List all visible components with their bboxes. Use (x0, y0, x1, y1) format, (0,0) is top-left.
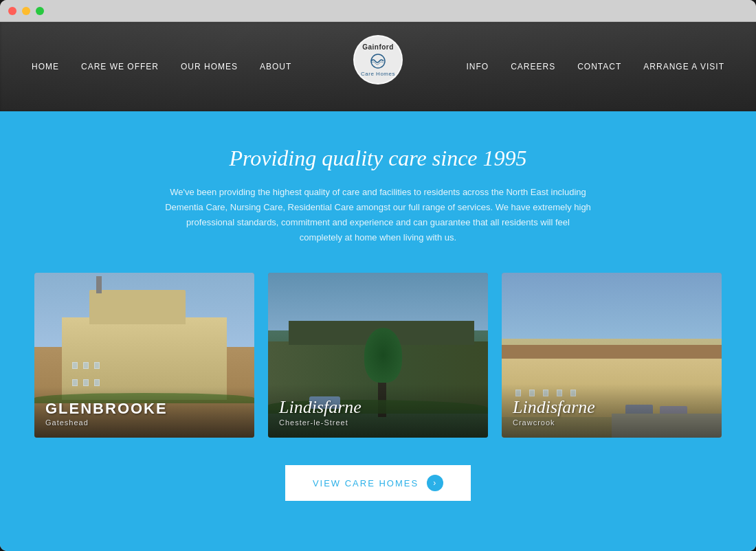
nav-item-our-homes[interactable]: OUR HOMES (170, 62, 249, 71)
minimize-button[interactable] (22, 7, 30, 15)
logo-circle: Gainford Care Homes (353, 35, 403, 85)
nav-item-careers[interactable]: CAREERS (500, 62, 566, 71)
tree-canopy-chester (364, 328, 402, 383)
logo-title-line1: Gainford (362, 43, 394, 52)
card-overlay-lindisfarne-chester: Lindisfarne Chester-le-Street (268, 384, 488, 438)
nav-left: HOME CARE WE OFFER OUR HOMES ABOUT (21, 62, 302, 71)
hero-description: We've been providing the highest quality… (165, 185, 591, 245)
maximize-button[interactable] (36, 7, 44, 15)
close-button[interactable] (8, 7, 16, 15)
nav-item-info[interactable]: INFO (456, 62, 500, 71)
home-location-lindisfarne-crawcrook: Crawcrook (513, 418, 711, 427)
homes-grid: GLENBROOKE Gateshead (21, 273, 735, 438)
home-name-lindisfarne-crawcrook: Lindisfarne (513, 398, 711, 418)
windows-row-glenbrooke (72, 362, 100, 369)
browser-window: HOME CARE WE OFFER OUR HOMES ABOUT Gainf… (0, 0, 756, 551)
hero-text-block: Providing quality care since 1995 We've … (21, 146, 735, 245)
home-name-lindisfarne-chester: Lindisfarne (279, 398, 477, 418)
main-section: Providing quality care since 1995 We've … (0, 111, 756, 551)
svg-point-0 (371, 54, 385, 68)
home-location-glenbrooke: Gateshead (45, 418, 243, 427)
hero-title: Providing quality care since 1995 (21, 146, 735, 171)
browser-chrome (0, 0, 756, 22)
nav-item-about[interactable]: ABOUT (249, 62, 302, 71)
nav-item-contact[interactable]: CONTACT (566, 62, 632, 71)
view-care-homes-button[interactable]: VIEW CARE HOMES › (285, 465, 471, 501)
building-roof-crawcrook (502, 345, 722, 359)
cta-arrow-icon: › (427, 475, 443, 491)
navigation: HOME CARE WE OFFER OUR HOMES ABOUT Gainf… (0, 22, 756, 111)
logo-title-line2: Care Homes (361, 71, 395, 77)
nav-right: INFO CAREERS CONTACT ARRANGE A VISIT (456, 62, 736, 71)
home-location-lindisfarne-chester: Chester-le-Street (279, 418, 477, 427)
header: HOME CARE WE OFFER OUR HOMES ABOUT Gainf… (0, 22, 756, 111)
home-card-lindisfarne-crawcrook[interactable]: Lindisfarne Crawcrook (502, 273, 722, 438)
home-card-lindisfarne-chester[interactable]: Lindisfarne Chester-le-Street (268, 273, 488, 438)
website-container: HOME CARE WE OFFER OUR HOMES ABOUT Gainf… (0, 22, 756, 551)
chimney-glenbrooke (96, 276, 102, 293)
card-overlay-glenbrooke: GLENBROOKE Gateshead (34, 387, 254, 438)
logo-wave-icon (366, 53, 390, 69)
sky-crawcrook (502, 273, 722, 339)
logo[interactable]: Gainford Care Homes (353, 35, 403, 85)
building-roof-glenbrooke (89, 290, 186, 324)
nav-item-care-we-offer[interactable]: CARE WE OFFER (70, 62, 170, 71)
home-card-glenbrooke[interactable]: GLENBROOKE Gateshead (34, 273, 254, 438)
cta-button-label: VIEW CARE HOMES (313, 478, 419, 488)
home-name-glenbrooke: GLENBROOKE (45, 401, 243, 417)
windows-row2-glenbrooke (72, 379, 100, 386)
nav-item-arrange-visit[interactable]: ARRANGE A VISIT (632, 62, 735, 71)
nav-item-home[interactable]: HOME (21, 62, 70, 71)
card-overlay-lindisfarne-crawcrook: Lindisfarne Crawcrook (502, 384, 722, 438)
cta-section: VIEW CARE HOMES › (21, 465, 735, 501)
